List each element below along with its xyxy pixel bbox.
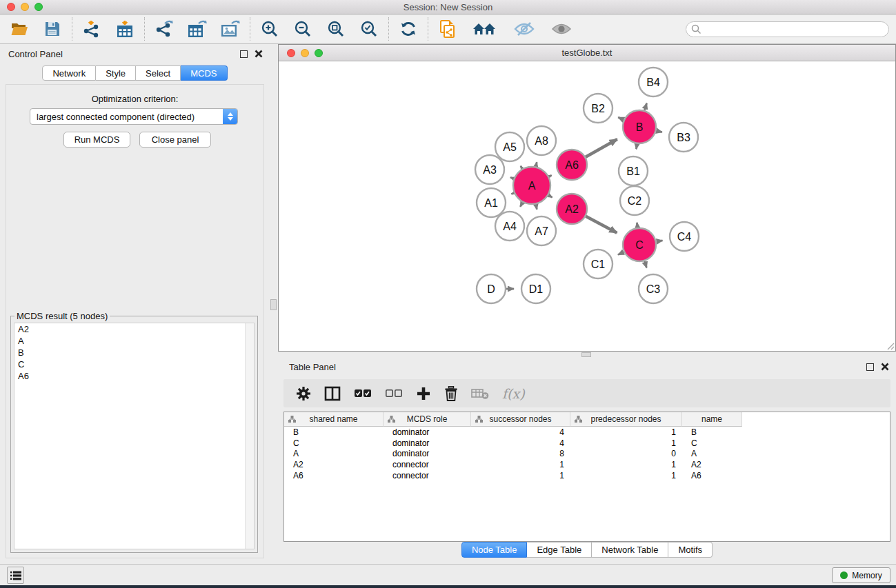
column-header-name[interactable]: name: [682, 412, 742, 427]
graph-edge-A-A8[interactable]: [536, 162, 537, 166]
graph-node-C2[interactable]: C2: [620, 186, 649, 215]
tab-motifs[interactable]: Motifs: [668, 542, 713, 558]
float-panel-icon[interactable]: [240, 50, 248, 58]
graph-node-A2[interactable]: A2: [557, 194, 587, 224]
show-all-icon[interactable]: [550, 19, 573, 39]
close-panel-icon[interactable]: [881, 363, 889, 371]
network-canvas[interactable]: B4B2BB3A5A8A6B1A3AA1A2C2A4A7CC4C1C3DD1: [279, 61, 895, 351]
graph-edge-A-A6[interactable]: [549, 175, 552, 176]
graph-node-A5[interactable]: A5: [495, 132, 524, 161]
graph-node-B3[interactable]: B3: [669, 123, 698, 152]
first-neighbors-icon[interactable]: [471, 19, 499, 39]
criterion-dropdown[interactable]: largest connected component (directed): [30, 108, 238, 125]
tab-network-table[interactable]: Network Table: [592, 542, 668, 558]
result-scrollbar[interactable]: [245, 323, 254, 549]
run-mcds-button[interactable]: Run MCDS: [63, 132, 130, 148]
zoom-in-icon[interactable]: [260, 19, 279, 39]
select-all-icon[interactable]: [354, 388, 372, 399]
graph-edge-A6-B[interactable]: [586, 139, 617, 157]
tab-style[interactable]: Style: [96, 65, 136, 81]
delete-column-icon[interactable]: [444, 386, 458, 401]
search-input[interactable]: [686, 21, 889, 37]
zoom-selected-icon[interactable]: [359, 19, 379, 39]
tab-edge-table[interactable]: Edge Table: [527, 542, 592, 558]
result-list-item[interactable]: A: [14, 335, 254, 347]
save-session-icon[interactable]: [43, 19, 62, 39]
divider-grabber[interactable]: [581, 352, 591, 357]
result-list-item[interactable]: B: [14, 347, 254, 358]
tab-mcds[interactable]: MCDS: [181, 65, 227, 81]
column-header-successor-nodes[interactable]: successor nodes: [471, 412, 570, 427]
deselect-all-icon[interactable]: [385, 388, 403, 399]
graph-node-A[interactable]: A: [513, 167, 550, 204]
resize-grip-icon[interactable]: [886, 342, 895, 350]
graph-edge-A-A1[interactable]: [511, 193, 514, 194]
graph-node-D[interactable]: D: [477, 274, 506, 303]
graph-node-C3[interactable]: C3: [639, 274, 668, 303]
graph-edge-C-C1[interactable]: [618, 252, 624, 255]
column-header-shared-name[interactable]: shared name: [284, 412, 384, 427]
graph-edge-C-C2[interactable]: [637, 223, 637, 227]
float-panel-icon[interactable]: [866, 363, 874, 371]
table-row[interactable]: Cdominator41C: [284, 438, 890, 449]
refresh-icon[interactable]: [399, 19, 418, 39]
node-table[interactable]: shared nameMCDS rolesuccessor nodesprede…: [283, 412, 890, 542]
table-row[interactable]: Adominator80A: [284, 449, 890, 460]
graph-node-C[interactable]: C: [623, 228, 656, 261]
hide-selected-icon[interactable]: [512, 19, 536, 39]
graph-edge-A-A4[interactable]: [520, 203, 522, 207]
column-view-icon[interactable]: [324, 386, 341, 401]
horizontal-split-divider[interactable]: [278, 352, 896, 358]
graph-edge-C-C4[interactable]: [657, 241, 663, 242]
result-list-item[interactable]: C: [14, 358, 254, 370]
settings-gear-icon[interactable]: [296, 386, 311, 401]
result-list-item[interactable]: A2: [14, 323, 254, 335]
memory-button[interactable]: Memory: [832, 567, 890, 583]
table-row[interactable]: A6connector11A6: [284, 470, 890, 481]
function-builder-icon[interactable]: f(x): [502, 386, 525, 401]
graph-node-D1[interactable]: D1: [521, 274, 550, 303]
graph-edge-A-A2[interactable]: [548, 195, 552, 197]
vertical-split-divider[interactable]: [270, 44, 278, 564]
table-row[interactable]: Bdominator41B: [284, 427, 890, 438]
zoom-out-icon[interactable]: [293, 19, 312, 39]
graph-node-A4[interactable]: A4: [495, 212, 524, 241]
delete-table-icon[interactable]: [471, 387, 489, 400]
graph-node-C4[interactable]: C4: [670, 222, 699, 251]
result-list-item[interactable]: A6: [14, 370, 254, 382]
graph-edge-A2-C[interactable]: [586, 216, 617, 233]
graph-edge-C-C3[interactable]: [644, 261, 646, 268]
graph-edge-A-A5[interactable]: [521, 166, 522, 169]
graph-node-A8[interactable]: A8: [527, 126, 556, 155]
table-row[interactable]: A2connector11A2: [284, 459, 890, 470]
search-field[interactable]: [686, 21, 889, 37]
close-panel-button[interactable]: Close panel: [139, 132, 211, 148]
add-column-icon[interactable]: [416, 386, 431, 401]
graph-node-A3[interactable]: A3: [475, 155, 504, 184]
import-network-icon[interactable]: [82, 19, 101, 39]
graph-edge-B-B1[interactable]: [636, 144, 637, 150]
column-header-MCDS-role[interactable]: MCDS role: [384, 412, 471, 427]
graph-edge-B-B2[interactable]: [618, 117, 624, 120]
close-panel-icon[interactable]: [255, 50, 263, 58]
divider-grabber[interactable]: [270, 299, 277, 310]
export-network-icon[interactable]: [155, 19, 174, 39]
tab-select[interactable]: Select: [136, 65, 181, 81]
graph-edge-B-B4[interactable]: [644, 103, 646, 111]
graph-node-A7[interactable]: A7: [527, 216, 556, 245]
new-network-from-selection-icon[interactable]: [438, 19, 457, 39]
graph-node-B2[interactable]: B2: [584, 94, 613, 123]
tab-network[interactable]: Network: [42, 65, 96, 81]
mcds-result-list[interactable]: A2ABCA6: [14, 323, 255, 549]
column-header-predecessor-nodes[interactable]: predecessor nodes: [570, 412, 682, 427]
graph-node-B[interactable]: B: [623, 110, 656, 143]
task-history-button[interactable]: [7, 567, 24, 584]
graph-node-B4[interactable]: B4: [639, 68, 668, 97]
import-table-icon[interactable]: [115, 19, 135, 39]
export-table-icon[interactable]: [188, 19, 207, 39]
open-file-icon[interactable]: [10, 19, 29, 39]
export-image-icon[interactable]: [221, 19, 240, 39]
zoom-fit-icon[interactable]: [326, 19, 346, 39]
graph-node-A6[interactable]: A6: [557, 150, 587, 180]
graph-edge-B-B3[interactable]: [656, 131, 662, 132]
